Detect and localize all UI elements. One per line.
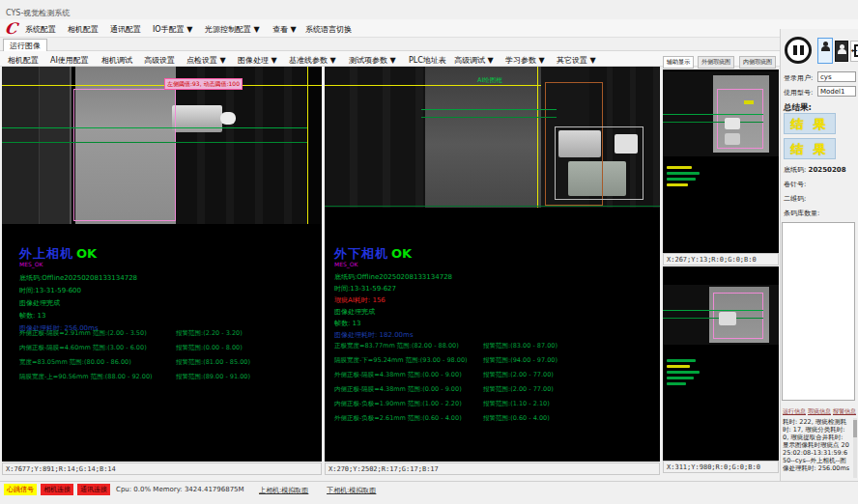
paper-code-value: 20250208 — [809, 166, 846, 174]
log-scrollbar[interactable] — [853, 418, 857, 478]
operator-user-button[interactable] — [817, 38, 833, 64]
tiny-text-line — [667, 183, 688, 186]
roi-rect-pink — [73, 89, 176, 221]
menu-system-config[interactable]: 系统配置 — [25, 24, 56, 35]
comm-link-badge: 通讯连接 — [77, 484, 110, 495]
left-camera-image: 左侧阈值:93, 动态阈值:100 — [2, 67, 322, 224]
measurement-value: 宽度=83.05mm 范围:(80.00 - 86.00) — [19, 358, 131, 367]
measurement-row: 内侧正极-隔膜=4.38mm 范围:(0.00 - 9.00) 报警范围:(2.… — [325, 385, 660, 395]
measurement-row: 外侧正极-负极=2.61mm 范围:(0.60 - 4.00) 报警范围:(0.… — [325, 414, 660, 424]
measurement-alarm: 报警范围:(89.00 - 91.00) — [176, 373, 250, 381]
aux-top-view[interactable] — [663, 70, 779, 253]
tiny-text-line — [667, 377, 694, 379]
menu-camera-config[interactable]: 相机配置 — [68, 24, 99, 35]
menu-io-config[interactable]: IO手配置 ▼ — [153, 24, 192, 35]
yellow-guide-vline — [307, 67, 308, 224]
tool-test-params[interactable]: 测试项参数 ▼ — [349, 55, 396, 66]
measurement-value: 隔膜宽度-下=95.24mm 范围:(93.00 - 98.00) — [334, 356, 468, 365]
admin-user-button[interactable] — [835, 41, 848, 62]
left-ok-badge: OK — [76, 246, 97, 261]
measurement-alarm: 报警范围:(2.00 - 77.00) — [483, 371, 554, 379]
threshold-overlay-label: 左侧阈值:93, 动态阈值:100 — [164, 78, 243, 90]
measurement-alarm: 报警范围:(0.00 - 8.00) — [176, 344, 243, 352]
menu-comm-config[interactable]: 通讯配置 — [110, 24, 141, 35]
barcode-count-label: 条码库数量: — [784, 209, 819, 218]
aux-top-statusbar: X:267;Y:13;R:0;G:0;B:0 — [663, 253, 779, 266]
app-window: CYS-视觉检测系统 C 系统配置 相机配置 通讯配置 IO手配置 ▼ 光源控制… — [0, 0, 858, 504]
left-paper-code: 底纸码:Offline20250208133134728 — [19, 273, 137, 283]
aux-bottom-statusbar: X:311;Y:980;R:0;G:0;B:0 — [663, 461, 779, 473]
info-tab-run[interactable]: 运行信息 — [783, 407, 806, 416]
info-tab-alarm[interactable]: 报警信息 — [833, 407, 856, 416]
model-field[interactable]: Model1 — [817, 86, 856, 97]
tool-baseline-params[interactable]: 基准线参数 ▼ — [289, 55, 336, 66]
right-camera-name: 外下相机 — [334, 246, 388, 261]
measurement-alarm: 报警范围:(1.10 - 2.10) — [483, 400, 550, 408]
yellow-guide-hline — [2, 85, 322, 86]
side-panel: ← 登录用户: cys 使用型号: Model1 总结果: 结 果 结 果 底纸… — [780, 29, 858, 481]
left-time: 时间:13-31-59-600 — [19, 286, 81, 295]
tool-advanced-config[interactable]: 高级设置 — [144, 55, 175, 66]
login-user-field[interactable]: cys — [817, 71, 856, 82]
baseline-green-1 — [421, 109, 557, 110]
right-mes-line: MES_OK — [334, 261, 358, 267]
aux-tab-assist[interactable]: 辅助显示 — [663, 56, 694, 69]
left-camera-name: 外上相机 — [19, 246, 73, 261]
user-icon — [821, 42, 829, 49]
login-user-label: 登录用户: — [784, 73, 813, 83]
measurement-row: 正极宽度=83.77mm 范围:(82.00 - 88.00) 报警范围:(83… — [325, 342, 660, 351]
right-ai-time: 瑕疵AI耗时: 156 — [334, 295, 386, 305]
menu-light-config[interactable]: 光源控制配置 ▼ — [205, 24, 260, 35]
baseline-green-bottom — [325, 206, 660, 207]
tool-camera-debug[interactable]: 相机调试 — [101, 55, 132, 66]
aux-bottom-view[interactable] — [663, 266, 779, 461]
left-view-statusbar: X:7677;Y:891;R:14;G:14;B:14 — [2, 462, 322, 475]
tiny-text-line — [667, 371, 700, 374]
tool-other-config[interactable]: 其它设置 ▼ — [557, 55, 596, 66]
measurement-value: 内侧正极-负极=1.90mm 范围:(1.00 - 2.20) — [334, 400, 462, 408]
aux-tab-inner[interactable]: 内侧瑕疵图 — [739, 56, 776, 69]
right-frame-count: 帧数: 13 — [334, 319, 361, 328]
aux-tab-strip: 辅助显示 外侧瑕疵图 内侧瑕疵图 — [663, 54, 779, 68]
measurement-row: 外侧正极-隔膜=4.38mm 范围:(0.00 - 9.00) 报警范围:(2.… — [325, 371, 660, 380]
measurement-alarm: 报警范围:(2.20 - 3.20) — [176, 329, 243, 338]
aux-tab-outer[interactable]: 外侧瑕疵图 — [698, 56, 734, 69]
measurement-value: 内侧正极-隔膜=4.60mm 范围:(3.00 - 6.00) — [19, 344, 147, 352]
menu-view[interactable]: 查看 ▼ — [272, 24, 297, 35]
lower-camera-mode[interactable]: 下相机:模拟取图 — [327, 486, 376, 495]
tool-spot-check[interactable]: 点检设置 ▼ — [186, 55, 226, 66]
right-view-statusbar: X:270;Y:2502;R:17;G:17;B:17 — [325, 462, 660, 475]
upper-camera-mode[interactable]: 上相机:模拟取图 — [259, 486, 308, 495]
info-tab-defect[interactable]: 瑕疵信息 — [808, 407, 831, 416]
heartbeat-badge: 心跳信号 — [4, 484, 37, 495]
pause-button[interactable] — [785, 37, 812, 64]
tiny-text-line — [667, 382, 686, 385]
measurement-value: 隔膜宽度-上=90.56mm 范围:(88.00 - 92.00) — [19, 373, 153, 381]
tiny-text-line — [667, 172, 700, 175]
qr-code-label: 二维码: — [784, 194, 806, 204]
baseline-green-2 — [421, 117, 557, 118]
right-camera-view[interactable]: AI绘图框 外下相机OK MES_OK 底纸码:Offline202502081… — [325, 67, 660, 462]
right-time: 时间:13-31-59-627 — [334, 284, 396, 294]
logout-button[interactable]: ← — [850, 41, 858, 62]
measurement-value: 正极宽度=83.77mm 范围:(82.00 - 88.00) — [334, 342, 459, 350]
tool-plc-table[interactable]: PLC地址表 — [409, 55, 446, 66]
tool-image-process[interactable]: 图像处理 ▼ — [238, 55, 277, 66]
tool-ai-config[interactable]: AI使用配置 — [50, 55, 89, 66]
yellow-guide-vline — [537, 67, 538, 208]
measurement-alarm: 报警范围:(81.00 - 85.00) — [176, 358, 250, 367]
app-logo-icon: C — [4, 19, 18, 38]
right-paper-code: 底纸码:Offline20250208133134728 — [334, 272, 452, 282]
right-process-time: 图像处理耗时: 182.00ms — [334, 330, 414, 340]
tool-learn-params[interactable]: 学习参数 ▼ — [505, 55, 545, 66]
menu-language-switch[interactable]: 系统语言切换 — [305, 24, 352, 35]
measurement-value: 内侧正极-隔膜=4.38mm 范围:(0.00 - 9.00) — [334, 385, 462, 394]
measurement-value: 外侧正极-隔膜=2.91mm 范围:(2.00 - 3.50) — [19, 329, 147, 338]
left-camera-view[interactable]: 左侧阈值:93, 动态阈值:100 外上相机OK MES_OK 底纸码:Offl… — [2, 67, 322, 462]
result-listbox[interactable] — [782, 222, 855, 401]
tool-camera-config[interactable]: 相机配置 — [8, 55, 39, 66]
tool-advanced-debug[interactable]: 高级调试 ▼ — [454, 55, 494, 66]
aux-top-image — [663, 71, 779, 156]
right-process-done: 图像处理完成 — [334, 307, 375, 317]
left-mes-line: MES_OK — [19, 261, 43, 267]
